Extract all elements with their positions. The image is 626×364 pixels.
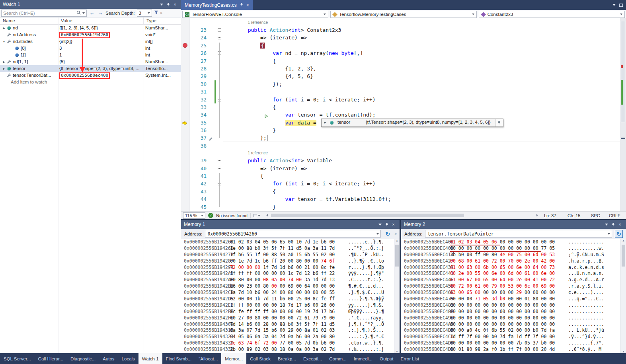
watch-row[interactable]: ▶nd[1, 1]{5}NumShar...	[0, 58, 181, 65]
expander-icon[interactable]: ▶	[2, 58, 6, 65]
tool-window-tab[interactable]: Locals	[118, 353, 138, 364]
code-line[interactable]: 27 {	[181, 57, 620, 65]
code-line[interactable]: 45 }	[181, 203, 620, 211]
search-next-icon[interactable]: →	[97, 10, 103, 16]
watch-column-headers[interactable]: Name Value Type	[0, 18, 181, 25]
memory-row[interactable]: 0x000002556B0EC43461 00 63 00 6b 00 65 0…	[401, 265, 620, 271]
memory-row[interactable]: 0x000002556B0EC4A900 00 00 00 00 00 00 0…	[401, 321, 620, 328]
memory-row[interactable]: 0x000002556B1942AE00 80 00 00 08 0a 00 7…	[181, 277, 394, 283]
memory-bytes[interactable]: 04 05 06 0a 3a 04 7d 0a b6 00 2a 00 80	[230, 334, 335, 340]
tool-window-tab[interactable]: Breakp...	[274, 353, 300, 364]
memory-bytes[interactable]: 1d ff 7f 00 00 b0 7d fa 1d ff 7f 00 00	[450, 334, 555, 340]
memory-row[interactable]: 0x000002556B19427A1f b6 55 1f 00 88 50 a…	[181, 252, 394, 258]
memory-row[interactable]: 0x000002556B0EC4B600 00 a0 4c 0f 6b 55 0…	[401, 327, 620, 334]
toolbar-overflow-icon[interactable]: »	[160, 11, 162, 15]
tool-window-tab[interactable]: Excepti...	[300, 353, 326, 364]
codelens-row[interactable]: 1 reference	[181, 19, 620, 26]
memory-row[interactable]: 0x000002556B1943302e 63 74 6f 72 00 77 0…	[181, 340, 394, 346]
memory-bytes[interactable]: 00 01 80 98 2a f0 1b ff 7f 00 00 20 4d	[450, 346, 555, 353]
memory-bytes[interactable]: 02 00 00 1b 7d 11 b6 00 25 00 8c fe ff	[230, 296, 335, 302]
filter-icon[interactable]	[154, 10, 158, 16]
scrollbar-thumb[interactable]	[621, 21, 625, 122]
search-depth-select[interactable]: 3	[137, 10, 152, 17]
watch-row[interactable]: ▼nd.strides{int[2]}int[]	[0, 38, 181, 45]
search-prev-icon[interactable]: ←	[89, 10, 95, 16]
memory-bytes[interactable]: 00 68 00 61 00 72 00 70 00 2e 00 42 00	[450, 258, 555, 265]
memory-row[interactable]: 0x000002556B1942C81a 7d 10 b6 00 24 00 8…	[181, 290, 394, 296]
code-line[interactable]: 33 {	[181, 103, 620, 111]
memory1-scrollbar[interactable]: ▲▼	[394, 239, 400, 353]
memory-row[interactable]: 0x000002556B19428700 1e 7d 1c b6 ff 20 0…	[181, 258, 394, 265]
code-line[interactable]: 40 => (iterate) =>	[181, 165, 620, 172]
memory-row[interactable]: 0x000002556B0EC4C31d ff 7f 00 00 b0 7d f…	[401, 334, 620, 340]
health-check-icon[interactable]: ✓	[208, 213, 213, 218]
memory-bytes[interactable]: 00 2e 00 55 00 6e 00 6d 00 61 00 6e 00	[450, 271, 555, 277]
pin-icon[interactable]	[383, 221, 390, 228]
memory-row[interactable]: 0x000002556B0EC44E61 00 67 00 65 00 64 0…	[401, 277, 620, 283]
close-icon[interactable]: ×	[390, 221, 397, 228]
memory-row[interactable]: 0x000002556B0EC4DD00 01 80 98 2a f0 1b f…	[401, 346, 620, 353]
watch-row[interactable]: tensor.TensorDat...0x000002556b0ec400Sys…	[0, 72, 181, 79]
memory-row[interactable]: 0x000002556B0EC41A3b b0 00 ff 00 80 4e 0…	[401, 252, 620, 258]
watch-row[interactable]: [1]1int	[0, 52, 181, 58]
window-position-icon[interactable]	[158, 1, 165, 8]
close-icon[interactable]: ×	[616, 221, 623, 228]
memory-bytes[interactable]: 00 00 00 00 00 00 00 00 00 00 00 77 05	[450, 245, 555, 252]
insert-mode-indicator[interactable]: SPC	[591, 213, 606, 218]
debugger-datatip[interactable]: ▶tensor{tf.Tensor: shape=(2, 3), dtype=u…	[321, 119, 503, 127]
memory-row[interactable]: 0x000002556B0EC40D00 00 00 00 00 00 00 0…	[401, 245, 620, 252]
memory-row[interactable]: 0x000002556B1942FC00 27 00 80 00 00 00 0…	[181, 315, 394, 321]
expander-icon[interactable]: ▼	[2, 38, 6, 45]
annotated-value[interactable]: 0x000002556b194260	[59, 32, 110, 38]
memory-row[interactable]: 0x000002556B19433D2b 00 89 02 03 08 18 0…	[181, 346, 394, 353]
watch-row[interactable]: nd.Address0x000002556b194260void*	[0, 31, 181, 38]
codelens-row[interactable]: 1 reference	[181, 150, 620, 157]
memory-bytes[interactable]: 00 80 00 00 08 0a 00 74 00 3a 1d 7d 13	[230, 277, 335, 283]
line-ending-indicator[interactable]: CRLF	[609, 213, 624, 218]
memory-bytes[interactable]: 00 00 00 00 00 00 00 00 00 00 00 00 00	[450, 309, 555, 315]
document-list-chevron-icon[interactable]	[612, 4, 616, 6]
search-icon[interactable]	[76, 10, 81, 16]
memory-bytes[interactable]: 1f b6 55 1f 00 88 50 a0 15 6b 55 02 00	[230, 252, 335, 258]
code-line[interactable]: 30 });	[181, 80, 620, 88]
tool-window-tab[interactable]: Call Stack	[246, 353, 274, 364]
memory-bytes[interactable]: 00 00 00 00 00 00 00 00 00 00 00 00 00	[450, 321, 555, 328]
watch-item-value[interactable]: {tf.Tensor: shape=(2, 3), dtype=uint8, .…	[59, 66, 139, 71]
annotated-value[interactable]: 0x000002556b0ec400	[59, 72, 110, 79]
memory-row[interactable]: 0x000002556B0EC49C00 00 00 00 00 00 00 0…	[401, 315, 620, 321]
type-dropdown[interactable]: Tensorflow.MemoryTestingCases	[330, 11, 476, 18]
memory-row[interactable]: 0x000002556B1942E2ff ff 00 00 00 00 18 7…	[181, 302, 394, 309]
fold-collapse-icon[interactable]	[218, 159, 221, 162]
code-line[interactable]: 38	[181, 142, 620, 150]
memory-bytes[interactable]: 2b 00 89 02 03 08 18 0a 0a 00 3a 02 7d	[230, 346, 335, 353]
tool-window-tab[interactable]: Memor...	[221, 353, 246, 364]
memory-bytes[interactable]: 63 00 65 00 00 00 00 00 29 00 00 00 00	[450, 290, 555, 296]
memory-row[interactable]: 0x000002556B1942D502 00 00 1b 7d 11 b6 0…	[181, 296, 394, 302]
memory-bytes[interactable]: 00 1e 7d 1c b6 ff 20 00 80 00 00 74 6f	[230, 258, 335, 265]
code-line[interactable]: 28 {1, 2, 3},	[181, 65, 620, 72]
memory-bytes[interactable]: b6 00 23 00 80 00 00 69 00 64 00 00 00	[230, 283, 335, 290]
memory-bytes[interactable]: ff ff 00 00 00 00 18 7d 17 b6 00 26 00	[230, 302, 335, 309]
code-line[interactable]: 24 => (iterate) =>	[181, 34, 620, 41]
line-indicator[interactable]: Ln: 37	[544, 213, 565, 218]
fold-collapse-icon[interactable]	[218, 28, 221, 32]
tab-close-icon[interactable]: ×	[246, 2, 249, 8]
memory-bytes[interactable]: 7d 14 b6 00 28 00 88 b0 3f 5f 7f 11 d5	[230, 321, 335, 328]
memory-bytes[interactable]: 8c fe ff ff ff 00 00 00 00 19 7d 17 b6	[230, 309, 335, 315]
tool-window-tab[interactable]: Immedi...	[350, 353, 376, 364]
memory-bytes[interactable]: 00 27 00 80 00 00 00 00 72 61 79 79 00	[230, 315, 335, 321]
memory-bytes[interactable]: 00 00 00 00 00 00 00 00 00 00 00 00 00	[450, 302, 555, 309]
memory-row[interactable]: 0x000002556B0EC4D000 00 00 00 00 00 00 0…	[401, 340, 620, 346]
breakpoint-icon[interactable]	[183, 43, 187, 48]
code-line[interactable]: 43 {	[181, 188, 620, 195]
expander-icon[interactable]: ▶	[2, 65, 6, 72]
memory-bytes[interactable]: 1a 7d 10 b6 00 24 00 80 00 00 00 00 55	[230, 290, 335, 296]
memory-row[interactable]: 0x000002556B0EC42700 68 00 61 00 72 00 7…	[401, 258, 620, 265]
memory-bytes[interactable]: 72 00 00 00 1f 7d 1d b6 00 21 00 8c fe	[230, 265, 335, 271]
code-line[interactable]: 39 public Action<int> Variable	[181, 157, 620, 164]
memory-row[interactable]: 0x000002556B1943160a 3a 07 7d 15 b6 00 2…	[181, 327, 394, 334]
tool-window-tab[interactable]: Autos	[99, 353, 118, 364]
memory2-scrollbar[interactable]: ▲▼	[620, 239, 626, 353]
memory-row[interactable]: 0x000002556B19432304 05 06 0a 3a 04 7d 0…	[181, 334, 394, 340]
memory-bytes[interactable]: 01 02 03 04 05 06 00 00 00 00 00 00 00	[450, 239, 555, 245]
